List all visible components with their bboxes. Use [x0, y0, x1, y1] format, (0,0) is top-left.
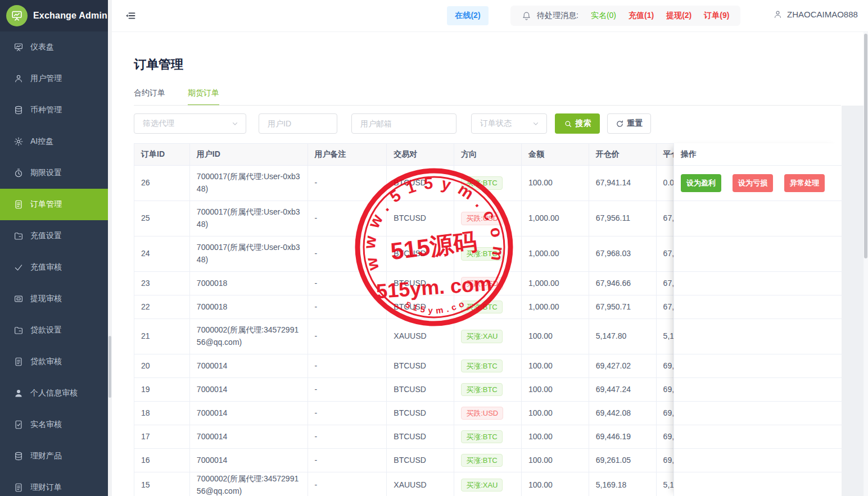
actions-row [674, 425, 842, 449]
sidebar-scrollbar-thumb[interactable] [108, 336, 111, 398]
pair-cell: XAUUSD [387, 472, 454, 496]
pair-cell: XAUUSD [387, 319, 454, 354]
sidebar-item-dashboard[interactable]: 仪表盘 [0, 31, 108, 63]
direction-cell: 买涨:BTC [454, 449, 522, 472]
notify-item[interactable]: 充值(1) [629, 11, 654, 20]
brand-name: Exchange Admin [33, 11, 107, 21]
sidebar-item-wealth-orders[interactable]: 理财订单 [0, 472, 108, 496]
sidebar: Exchange Admin 仪表盘用户管理币种管理AI控盘期限设置订单管理充值… [0, 0, 108, 496]
direction-badge: 买涨:BTC [461, 176, 503, 190]
pair-cell: BTCUSD [387, 272, 454, 295]
pending-messages: 待处理消息: 实名(0)充值(1)提现(2)订单(9) [510, 6, 740, 26]
coins-icon [13, 105, 24, 115]
direction-badge: 买涨:XAU [461, 479, 503, 492]
sidebar-item-label: 用户管理 [30, 74, 62, 84]
sidebar-collapse-icon[interactable] [125, 10, 136, 21]
online-badge[interactable]: 在线(2) [447, 6, 489, 25]
direction-badge: 买涨:BTC [461, 383, 503, 397]
remark-cell: - [308, 378, 387, 402]
notify-item[interactable]: 提现(2) [666, 11, 691, 20]
order-tabs: 合约订单期货订单 [134, 88, 219, 106]
direction-badge: 买涨:BTC [461, 301, 503, 314]
actions-row [674, 378, 842, 402]
sidebar-item-label: 提现审核 [30, 294, 62, 304]
direction-cell: 买跌:USD [454, 402, 522, 425]
tabs-divider [134, 105, 841, 106]
user-id-cell: 7000002(所属代理:3457299156@qq.com) [190, 319, 308, 354]
direction-cell: 买涨:XAU [454, 319, 522, 354]
sidebar-item-withdraw-review[interactable]: 提现审核 [0, 283, 108, 315]
sidebar-item-label: 期限设置 [30, 168, 62, 178]
refresh-icon [616, 120, 624, 128]
actions-row [674, 201, 842, 236]
column-header: 订单ID [134, 144, 190, 166]
search-button[interactable]: 搜索 [555, 113, 600, 134]
current-user[interactable]: ZHAOCAIMAO888 [773, 10, 858, 19]
pair-cell: BTCUSD [387, 354, 454, 378]
user-id-input[interactable] [259, 113, 337, 134]
order-id-cell: 23 [134, 272, 190, 295]
pending-messages-label: 待处理消息: [537, 11, 578, 21]
column-header: 开仓价 [589, 144, 657, 166]
direction-cell: 买涨:XAU [454, 472, 522, 496]
sidebar-item-period-settings[interactable]: 期限设置 [0, 157, 108, 189]
open-price-cell: 69,446.19 [589, 425, 657, 449]
page-scrollbar-thumb[interactable] [864, 34, 867, 258]
sidebar-item-ai-control[interactable]: AI控盘 [0, 126, 108, 157]
amount-cell: 100.00 [522, 425, 589, 449]
sidebar-item-loan-settings[interactable]: 贷款设置 [0, 315, 108, 346]
sidebar-item-kyc-review[interactable]: 实名审核 [0, 409, 108, 440]
amount-cell: 100.00 [522, 166, 589, 201]
user-id-cell: 7000017(所属代理:User-0xb348) [190, 201, 308, 236]
sidebar-item-label: 个人信息审核 [30, 388, 78, 398]
page-scrollbar[interactable] [864, 32, 868, 496]
sidebar-item-users[interactable]: 用户管理 [0, 63, 108, 94]
amount-cell: 100.00 [522, 319, 589, 354]
order-management-icon [13, 199, 24, 210]
deposit-review-icon [13, 262, 24, 272]
sidebar-item-label: 贷款审核 [30, 357, 62, 367]
order-status-select[interactable]: 订单状态 [471, 113, 547, 134]
open-price-cell: 69,442.08 [589, 402, 657, 425]
sidebar-item-profile-review[interactable]: 个人信息审核 [0, 377, 108, 409]
direction-badge: 买涨:BTC [461, 454, 503, 467]
sidebar-scrollbar[interactable] [108, 0, 112, 496]
notify-item[interactable]: 实名(0) [591, 11, 616, 20]
current-user-name: ZHAOCAIMAO888 [787, 10, 858, 19]
direction-cell: 买跌:USD [454, 272, 522, 295]
user-email-input[interactable] [351, 113, 456, 134]
pair-cell: BTCUSD [387, 201, 454, 236]
sidebar-item-order-management[interactable]: 订单管理 [0, 189, 108, 220]
sidebar-item-label: 订单管理 [30, 199, 62, 210]
tab-futures-orders[interactable]: 期货订单 [188, 88, 219, 106]
tab-contract-orders[interactable]: 合约订单 [134, 88, 165, 106]
order-id-cell: 21 [134, 319, 190, 354]
abnormal-handle-button[interactable]: 异常处理 [784, 174, 825, 192]
bell-icon [522, 11, 531, 21]
set-loss-button[interactable]: 设为亏损 [733, 174, 773, 192]
agent-filter-select[interactable]: 筛选代理 [134, 113, 246, 134]
reset-button[interactable]: 重置 [607, 113, 651, 134]
pair-cell: BTCUSD [387, 449, 454, 472]
actions-row [674, 402, 842, 425]
amount-cell: 1,000.00 [522, 236, 589, 272]
actions-column-header: 操作 [674, 143, 842, 166]
notify-item[interactable]: 订单(9) [704, 11, 729, 20]
sidebar-item-loan-review[interactable]: 贷款审核 [0, 346, 108, 377]
sidebar-item-deposit-settings[interactable]: 充值设置 [0, 220, 108, 252]
direction-badge: 买涨:XAU [461, 330, 503, 343]
set-profit-button[interactable]: 设为盈利 [681, 174, 721, 192]
ai-control-icon [13, 136, 24, 147]
user-id-cell: 7000014 [190, 425, 308, 449]
amount-cell: 100.00 [522, 472, 589, 496]
order-id-cell: 22 [134, 295, 190, 319]
filter-bar: 筛选代理 订单状态 搜索 重置 [134, 113, 841, 134]
sidebar-item-label: AI控盘 [30, 136, 53, 147]
remark-cell: - [308, 472, 387, 496]
user-id-cell: 7000014 [190, 449, 308, 472]
sidebar-item-wealth-products[interactable]: 理财产品 [0, 440, 108, 472]
sidebar-item-deposit-review[interactable]: 充值审核 [0, 252, 108, 283]
user-id-cell: 7000014 [190, 354, 308, 378]
sidebar-item-coins[interactable]: 币种管理 [0, 94, 108, 126]
direction-badge: 买涨:BTC [461, 360, 503, 373]
